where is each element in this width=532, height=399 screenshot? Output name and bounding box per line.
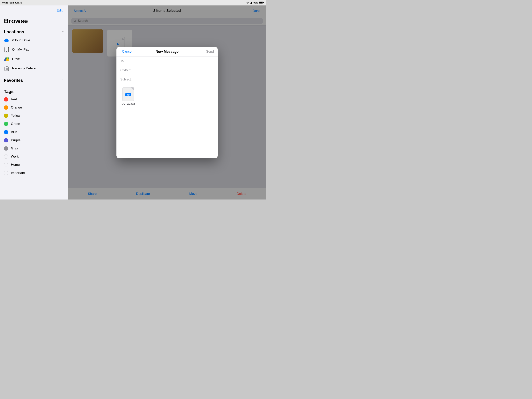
sidebar: Edit Browse Locations ⌃ iCloud Drive [0, 6, 68, 200]
modal-overlay: Cancel New Message Send To: Cc/Bcc: Subj… [68, 6, 266, 200]
tags-label: Tags [4, 89, 14, 94]
favorites-section-header: Favorites ⌃ [0, 75, 68, 84]
sidebar-item-icloud[interactable]: iCloud Drive [0, 36, 68, 45]
ipad-label: On My iPad [12, 48, 29, 52]
attachment-zip: zip IMG_1713.zip [120, 87, 136, 105]
to-field: To: [116, 57, 218, 66]
green-dot [4, 122, 8, 126]
status-bar-left: 07:56 Sun Jun 30 [2, 1, 22, 4]
drive-label: Drive [12, 57, 20, 61]
deleted-label: Recently Deleted [12, 66, 37, 70]
svg-rect-2 [251, 2, 252, 4]
ipad-device-icon [4, 47, 9, 52]
work-label: Work [11, 155, 19, 159]
sidebar-header: Browse [0, 14, 68, 26]
zip-type-label: zip [125, 93, 131, 96]
app-container: Edit Browse Locations ⌃ iCloud Drive [0, 6, 266, 200]
modal-body[interactable]: zip IMG_1713.zip [116, 84, 218, 158]
yellow-label: Yellow [11, 114, 20, 118]
tags-section-header: Tags ⌃ [0, 86, 68, 95]
orange-label: Orange [11, 106, 22, 109]
svg-rect-6 [259, 2, 263, 4]
subject-field: Subject: [116, 75, 218, 84]
red-dot [4, 97, 8, 102]
sidebar-item-work[interactable]: Work [0, 153, 68, 161]
home-label: Home [11, 163, 20, 167]
subject-input[interactable] [133, 78, 214, 81]
locations-section-header: Locations ⌃ [0, 26, 68, 36]
gray-dot [4, 146, 8, 151]
edit-button[interactable]: Edit [55, 8, 64, 13]
battery-percent: 96% [253, 1, 258, 4]
cc-label: Cc/Bcc: [120, 69, 132, 72]
wifi-icon [246, 1, 249, 4]
drive-icon [4, 56, 9, 62]
locations-chevron[interactable]: ⌃ [62, 30, 64, 33]
sidebar-item-ipad[interactable]: On My iPad [0, 45, 68, 54]
svg-rect-1 [251, 3, 251, 4]
svg-rect-5 [263, 2, 264, 3]
favorites-chevron[interactable]: ⌃ [62, 79, 64, 82]
sidebar-item-green[interactable]: Green [0, 120, 68, 128]
sidebar-item-important[interactable]: Important [0, 169, 68, 177]
to-input[interactable] [133, 59, 214, 63]
trash-icon [4, 66, 9, 71]
orange-dot [4, 105, 8, 110]
battery-icon [259, 1, 264, 4]
icloud-label: iCloud Drive [12, 38, 30, 42]
divider-2 [4, 85, 64, 85]
subject-label: Subject: [120, 78, 132, 81]
modal-header: Cancel New Message Send [116, 47, 218, 57]
status-bar: 07:56 Sun Jun 30 96% [0, 0, 266, 6]
svg-rect-3 [252, 1, 252, 4]
blue-label: Blue [11, 130, 18, 134]
green-label: Green [11, 122, 20, 126]
date: Sun Jun 30 [10, 1, 22, 4]
important-dot [4, 171, 8, 175]
sidebar-item-red[interactable]: Red [0, 95, 68, 103]
zip-corner [131, 87, 134, 90]
modal-title: New Message [134, 50, 200, 54]
sidebar-item-home[interactable]: Home [0, 161, 68, 169]
svg-rect-0 [250, 3, 251, 4]
purple-label: Purple [11, 138, 20, 142]
signal-icon [250, 1, 252, 4]
divider-1 [4, 74, 64, 74]
cc-input[interactable] [133, 69, 214, 72]
sidebar-item-drive[interactable]: Drive [0, 54, 68, 64]
red-label: Red [11, 97, 17, 101]
main-content: Select All 2 Items Selected Done [68, 6, 266, 200]
sidebar-item-orange[interactable]: Orange [0, 103, 68, 112]
attachment-filename: IMG_1713.zip [121, 103, 136, 105]
purple-dot [4, 138, 8, 142]
gray-label: Gray [11, 147, 18, 150]
sidebar-item-deleted[interactable]: Recently Deleted [0, 64, 68, 73]
to-label: To: [120, 59, 132, 63]
modal-cancel-button[interactable]: Cancel [120, 50, 134, 54]
sidebar-item-yellow[interactable]: Yellow [0, 112, 68, 120]
locations-label: Locations [4, 29, 24, 34]
browse-title: Browse [4, 17, 64, 25]
time: 07:56 [2, 1, 8, 4]
icloud-icon [4, 38, 9, 43]
sidebar-item-purple[interactable]: Purple [0, 136, 68, 144]
work-dot [4, 154, 8, 159]
important-label: Important [11, 171, 25, 175]
tags-chevron[interactable]: ⌃ [62, 90, 64, 93]
status-bar-right: 96% [246, 1, 264, 4]
cc-field: Cc/Bcc: [116, 66, 218, 75]
blue-dot [4, 130, 8, 134]
zip-file-icon: zip [122, 87, 134, 101]
modal-send-button[interactable]: Send [200, 50, 214, 54]
svg-point-8 [6, 51, 7, 52]
home-dot [4, 163, 8, 167]
sidebar-item-blue[interactable]: Blue [0, 128, 68, 136]
yellow-dot [4, 114, 8, 118]
sidebar-item-gray[interactable]: Gray [0, 144, 68, 153]
new-message-modal: Cancel New Message Send To: Cc/Bcc: Subj… [116, 47, 218, 158]
favorites-label: Favorites [4, 78, 23, 83]
